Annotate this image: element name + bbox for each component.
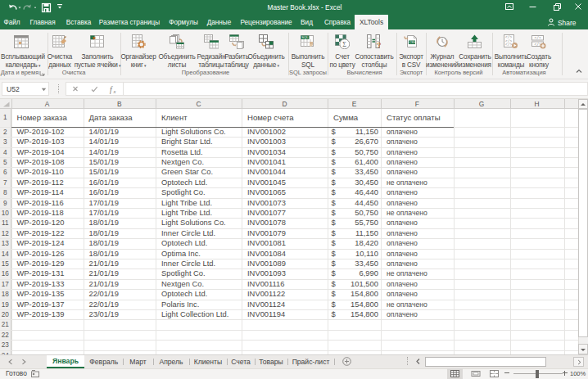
svg-text:</>: </>	[505, 43, 512, 47]
svg-text:x: x	[113, 88, 116, 94]
svg-text:Σ: Σ	[342, 41, 346, 48]
svg-text:</>: </>	[535, 36, 541, 40]
svg-text:?: ?	[377, 41, 382, 49]
svg-text:f: f	[110, 86, 113, 94]
svg-text:CSV: CSV	[409, 41, 416, 44]
svg-text:SQL: SQL	[301, 35, 309, 39]
